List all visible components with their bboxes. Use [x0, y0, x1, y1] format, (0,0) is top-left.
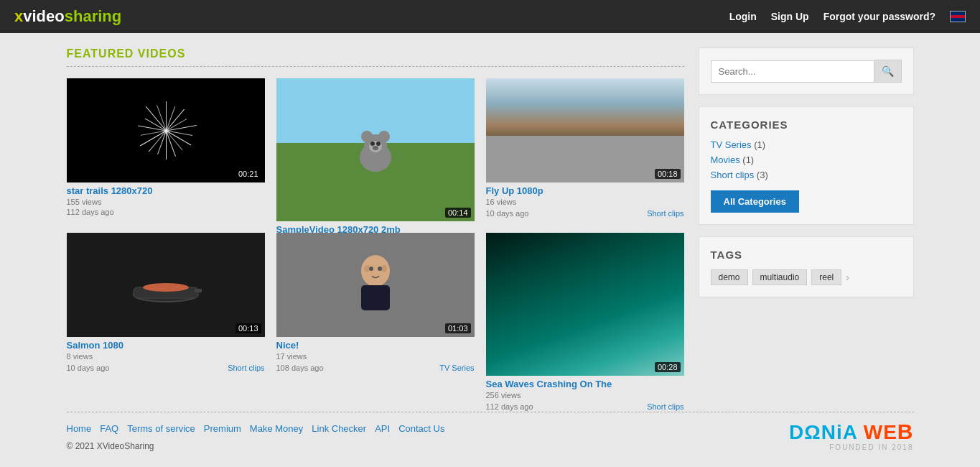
logo-n: N — [821, 421, 836, 443]
video-card-salmon: 00:13 Salmon 1080 8 views 10 days ago Sh… — [67, 233, 265, 376]
footer-link-faq[interactable]: FAQ — [100, 423, 118, 434]
video-info-sea-waves: Sea Waves Crashing On The 256 views 112 … — [486, 376, 684, 415]
video-duration-salmon: 00:13 — [235, 323, 261, 333]
footer-link-api[interactable]: API — [375, 423, 390, 434]
doniaweb-brand: DΩNiA WEB FOUNDED IN 2018 — [789, 421, 913, 451]
category-link-movies[interactable]: Movies — [711, 154, 740, 165]
footer-link-premium[interactable]: Premium — [204, 423, 241, 434]
video-duration-sea-waves: 00:28 — [655, 362, 681, 372]
footer-link-linkchecker[interactable]: Link Checker — [312, 423, 366, 434]
thumb-art-startrails — [67, 78, 265, 182]
svg-point-15 — [381, 265, 387, 272]
site-logo[interactable]: xvideosharing — [14, 7, 121, 26]
video-grid: 00:21 star trails 1280x720 155 views 112… — [67, 78, 684, 376]
video-title-fly-up: Fly Up 1080p — [486, 185, 684, 196]
logo-video: video — [23, 7, 64, 25]
footer-link-home[interactable]: Home — [67, 423, 92, 434]
svg-point-3 — [378, 131, 390, 142]
logo-i: i — [836, 421, 843, 443]
tag-demo[interactable]: demo — [711, 269, 748, 285]
all-categories-button[interactable]: All Categories — [711, 190, 799, 213]
video-thumbnail-star-trails[interactable]: 00:21 — [67, 78, 265, 182]
footer-left: Home FAQ Terms of service Premium Make M… — [67, 423, 445, 451]
video-card-sea-waves: 00:28 Sea Waves Crashing On The 256 view… — [486, 233, 684, 376]
tag-multiaudio[interactable]: multiaudio — [752, 269, 808, 285]
video-card-star-trails: 00:21 star trails 1280x720 155 views 112… — [67, 78, 265, 221]
thumb-art-flyup — [486, 78, 684, 182]
svg-point-2 — [361, 131, 373, 142]
video-thumbnail-nice[interactable]: 01:03 — [276, 233, 475, 337]
video-link-salmon[interactable]: Salmon 1080 — [67, 340, 124, 351]
svg-point-7 — [373, 146, 378, 150]
logo-space — [857, 421, 864, 443]
video-card-sample-video: 00:14 SampleVideo 1280x720 2mb 22 views … — [276, 78, 475, 221]
svg-rect-11 — [195, 289, 202, 292]
video-duration-nice: 01:03 — [445, 323, 471, 333]
header-nav: Login Sign Up Forgot your password? — [729, 11, 966, 22]
logo-x: x — [14, 7, 23, 25]
video-title-nice: Nice! — [276, 340, 475, 351]
search-input[interactable] — [711, 60, 874, 83]
category-link-sea-waves[interactable]: Short clips — [647, 402, 683, 411]
tag-list: demo multiaudio reel › — [711, 269, 902, 285]
signup-link[interactable]: Sign Up — [771, 11, 809, 22]
category-link-nice[interactable]: TV Series — [439, 364, 474, 372]
doniaweb-sub-text: FOUNDED IN 2018 — [829, 444, 913, 451]
logo-w: W — [864, 421, 883, 443]
category-link-salmon[interactable]: Short clips — [228, 364, 264, 372]
footer-link-contactus[interactable]: Contact Us — [398, 423, 444, 434]
video-age-fly-up: 10 days ago — [486, 209, 529, 218]
categories-box: CATEGORIES TV Series (1) Movies (1) Shor… — [699, 106, 914, 225]
featured-videos-title: FEATURED VIDEOS — [67, 47, 684, 60]
video-duration-sample-video: 00:14 — [445, 208, 471, 218]
logo-e: E — [883, 421, 897, 443]
video-link-nice[interactable]: Nice! — [276, 340, 299, 351]
category-count-movies: (1) — [742, 154, 754, 165]
category-item-tv-series: TV Series (1) — [711, 139, 902, 150]
video-duration-star-trails: 00:21 — [235, 169, 261, 179]
svg-point-16 — [369, 267, 373, 271]
video-age-nice: 108 days ago — [276, 364, 324, 372]
video-thumbnail-sample-video[interactable]: 00:14 — [276, 78, 475, 221]
video-category-nice: TV Series — [439, 362, 474, 373]
bear-icon — [354, 125, 397, 175]
svg-point-5 — [370, 142, 375, 146]
video-link-sea-waves[interactable]: Sea Waves Crashing On The — [486, 379, 612, 389]
forgot-password-link[interactable]: Forgot your password? — [823, 11, 935, 22]
title-divider — [67, 66, 684, 67]
category-list: TV Series (1) Movies (1) Short clips (3) — [711, 139, 902, 180]
video-thumbnail-salmon[interactable]: 00:13 — [67, 233, 265, 337]
category-link-fly-up[interactable]: Short clips — [647, 209, 683, 218]
person-icon — [347, 253, 404, 318]
category-link-short-clips[interactable]: Short clips — [711, 170, 755, 180]
video-age-sea-waves: 112 days ago — [486, 402, 533, 411]
video-card-fly-up: 00:18 Fly Up 1080p 16 views 10 days ago … — [486, 78, 684, 221]
search-container: 🔍 — [711, 60, 902, 83]
sidebar: 🔍 CATEGORIES TV Series (1) Movies (1) Sh… — [699, 47, 914, 390]
login-link[interactable]: Login — [729, 11, 757, 22]
tags-arrow-icon[interactable]: › — [846, 272, 849, 283]
language-flag-icon[interactable] — [950, 11, 966, 22]
search-button[interactable]: 🔍 — [874, 60, 902, 83]
footer-link-makemoney[interactable]: Make Money — [250, 423, 303, 434]
tag-reel[interactable]: reel — [811, 269, 841, 285]
video-title-star-trails: star trails 1280x720 — [67, 185, 265, 196]
video-title-sea-waves: Sea Waves Crashing On The — [486, 379, 684, 389]
category-link-tv-series[interactable]: TV Series — [711, 139, 752, 150]
video-age-salmon: 10 days ago — [67, 364, 110, 372]
logo-a: A — [843, 421, 857, 443]
video-thumbnail-sea-waves[interactable]: 00:28 — [486, 233, 684, 376]
video-views-nice: 17 views — [276, 352, 475, 361]
video-age-star-trails: 112 days ago — [67, 208, 265, 216]
video-link-star-trails[interactable]: star trails 1280x720 — [67, 185, 153, 196]
video-thumbnail-fly-up[interactable]: 00:18 — [486, 78, 684, 182]
category-count-short-clips: (3) — [757, 170, 768, 180]
footer-link-tos[interactable]: Terms of service — [127, 423, 195, 434]
video-info-salmon: Salmon 1080 8 views 10 days ago Short cl… — [67, 337, 265, 376]
svg-point-14 — [364, 265, 370, 272]
logo-b3: B — [897, 420, 914, 443]
svg-point-17 — [378, 267, 382, 271]
video-link-fly-up[interactable]: Fly Up 1080p — [486, 185, 543, 196]
video-info-star-trails: star trails 1280x720 155 views 112 days … — [67, 182, 265, 219]
doniaweb-logo-text: DΩNiA WEB — [789, 421, 913, 443]
